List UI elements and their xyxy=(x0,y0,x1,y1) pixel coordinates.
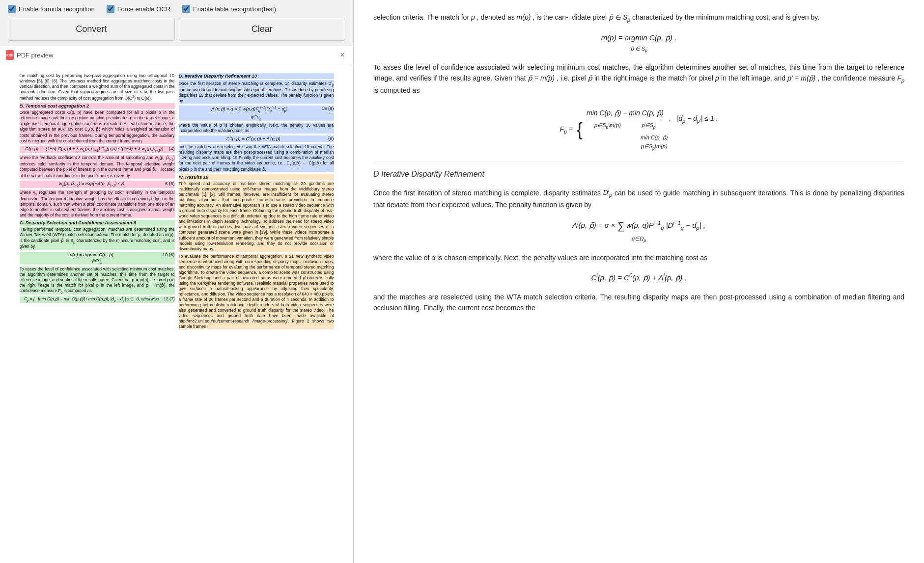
section-b: B. Temporal cost aggregation 2 xyxy=(20,103,175,109)
preview-text: PDF preview xyxy=(17,52,53,59)
formula-checkbox[interactable] xyxy=(8,5,16,13)
section-d-pdf: D. Iterative Disparity Refinement 13 xyxy=(179,73,334,79)
checkbox-formula[interactable]: Enable formula recognition xyxy=(8,5,95,13)
checkbox-ocr[interactable]: Force enable OCR xyxy=(107,5,170,13)
eq-lambda-display: Λi(p, p̄) = α × ∑ w(p, q)Fi−1q |Di−1q − … xyxy=(373,218,904,244)
pdf-preview-label: PDF PDF preview xyxy=(6,50,53,60)
fp-formula: Fp = { min C(p, p̄) − min C(p, p̄) p∈Sp\… xyxy=(373,104,904,156)
left-panel: Enable formula recognition Force enable … xyxy=(0,0,354,563)
pdf-right-col: D. Iterative Disparity Refinement 13 Onc… xyxy=(179,73,334,331)
ocr-checkbox[interactable] xyxy=(107,5,114,13)
pdf-two-column: the matching cost by performing two-pass… xyxy=(20,73,334,331)
section-c: C. Disparity Selection and Confidence As… xyxy=(20,220,175,226)
clear-button[interactable]: Clear xyxy=(179,18,346,41)
close-button[interactable]: × xyxy=(337,50,347,60)
table-label: Enable table recognition(test) xyxy=(193,5,276,13)
pdf-left-col: the matching cost by performing two-pass… xyxy=(20,73,175,331)
section-heading-d: D Iterative Disparity Refinement xyxy=(373,168,904,181)
section-divider xyxy=(373,161,904,162)
checkbox-row: Enable formula recognition Force enable … xyxy=(8,5,345,13)
checkbox-table[interactable]: Enable table recognition(test) xyxy=(182,5,276,13)
right-para3: Once the first iteration of stereo match… xyxy=(373,187,904,211)
preview-content[interactable]: the matching cost by performing two-pass… xyxy=(0,64,353,563)
section-iv: IV. Results 19 xyxy=(179,174,334,180)
convert-button[interactable]: Convert xyxy=(8,18,175,41)
eq-mp-display: m(p) = argmin C(p, p̄) . p̄ ∈ Sp xyxy=(373,32,904,54)
pdf-icon: PDF xyxy=(6,50,14,60)
toolbar: Enable formula recognition Force enable … xyxy=(0,0,353,46)
ocr-label: Force enable OCR xyxy=(117,5,170,13)
pdf-preview-bar: PDF PDF preview × xyxy=(0,46,353,64)
pdf-page: the matching cost by performing two-pass… xyxy=(15,68,339,559)
right-panel[interactable]: selection criteria. The match for p , de… xyxy=(354,0,924,563)
eq-ci-display: Ci(p, p̄) = C0(p, p̄) + Λi(p, p̄) , xyxy=(373,271,904,284)
button-row: Convert Clear xyxy=(8,18,345,41)
right-para5: and the matches are reselected using the… xyxy=(373,292,904,314)
right-para2: To asses the level of confidence associa… xyxy=(373,62,904,96)
table-checkbox[interactable] xyxy=(182,5,190,13)
formula-label: Enable formula recognition xyxy=(19,5,95,13)
right-para4: where the value of α is chosen empirical… xyxy=(373,252,904,263)
right-para1: selection criteria. The match for p , de… xyxy=(373,12,904,24)
